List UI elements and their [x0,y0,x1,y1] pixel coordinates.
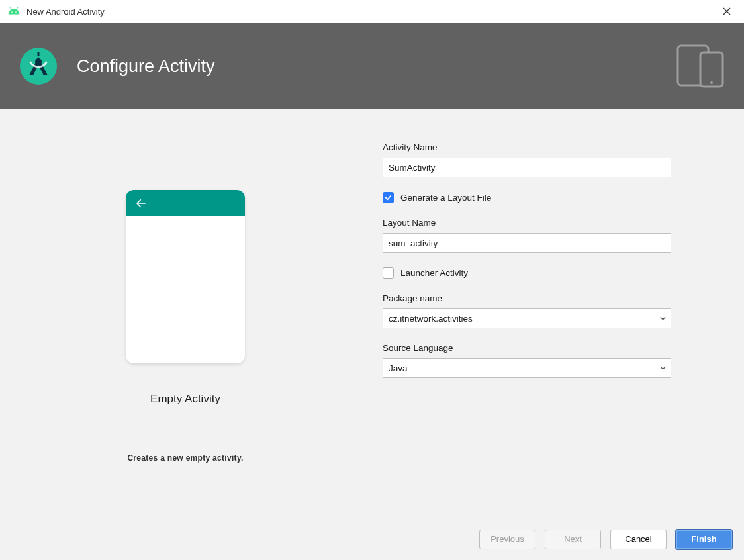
finish-button[interactable]: Finish [676,530,732,549]
preview-pane: Empty Activity Creates a new empty activ… [0,109,371,518]
wizard-footer: Previous Next Cancel Finish [0,518,744,560]
form-pane: Activity Name Generate a Layout File Lay… [371,109,744,518]
back-arrow-icon [135,197,147,209]
layout-name-input[interactable] [383,233,671,253]
checkmark-icon [385,194,392,201]
generate-layout-label: Generate a Layout File [400,193,491,203]
launcher-activity-checkbox-row[interactable]: Launcher Activity [383,267,671,279]
preview-description: Creates a new empty activity. [127,453,243,463]
activity-preview-mock [126,190,245,363]
svg-point-0 [11,11,13,13]
titlebar: New Android Activity [0,0,744,23]
svg-point-1 [15,11,17,13]
devices-icon [676,44,724,88]
android-icon [8,7,20,15]
cancel-button[interactable]: Cancel [610,530,667,549]
launcher-activity-label: Launcher Activity [400,268,468,278]
chevron-down-icon[interactable] [655,309,671,328]
launcher-activity-checkbox[interactable] [383,267,394,279]
previous-button[interactable]: Previous [479,530,535,549]
svg-point-3 [35,58,42,65]
package-name-value: cz.itnetwork.activities [383,314,655,324]
activity-name-label: Activity Name [383,142,671,152]
source-language-label: Source Language [383,343,671,353]
page-title: Configure Activity [77,56,676,77]
wizard-header: Configure Activity [0,23,744,109]
window-title: New Android Activity [26,7,718,17]
svg-rect-4 [38,52,40,56]
layout-name-label: Layout Name [383,218,671,228]
activity-name-input[interactable] [383,158,671,177]
next-button[interactable]: Next [545,530,601,549]
generate-layout-checkbox[interactable] [383,192,394,203]
source-language-combo[interactable]: Java [383,358,671,378]
preview-appbar [126,190,245,216]
wizard-body: Empty Activity Creates a new empty activ… [0,109,744,518]
svg-point-7 [710,81,713,84]
preview-title: Empty Activity [150,393,220,406]
generate-layout-checkbox-row[interactable]: Generate a Layout File [383,192,671,203]
package-name-combo[interactable]: cz.itnetwork.activities [383,308,671,328]
close-icon[interactable] [718,3,736,20]
source-language-value: Java [383,363,655,373]
android-studio-logo-icon [20,48,57,85]
chevron-down-icon[interactable] [655,359,671,377]
package-name-label: Package name [383,293,671,303]
